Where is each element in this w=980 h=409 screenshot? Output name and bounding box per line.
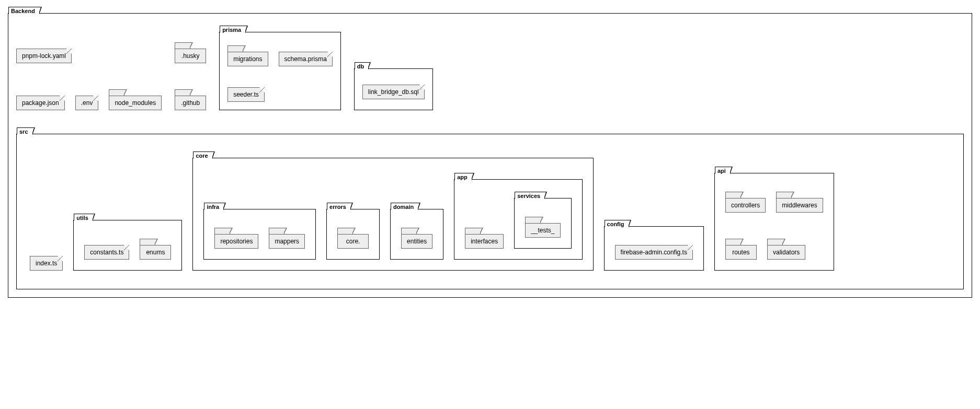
folder-husky: .husky [175,42,206,63]
services-package: services __tests_ [514,198,571,249]
folder-entities: entities [401,228,432,249]
file-sql: link_bridge_db.sql [362,85,425,99]
src-label: src [17,127,33,135]
folder-mappers: mappers [269,228,305,249]
db-label: db [355,62,369,69]
folder-routes: routes [725,239,757,260]
folder-core-errors: core. [337,228,369,249]
utils-label: utils [74,214,93,221]
utils-package: utils constants.ts enums [73,220,182,271]
domain-label: domain [391,203,418,210]
folder-migrations: migrations [227,45,268,66]
file-constants: constants.ts [84,245,129,260]
file-env: .env [75,96,99,110]
api-label: api [715,167,731,174]
folder-validators: validators [767,239,805,260]
folder-interfaces: interfaces [465,228,504,249]
prisma-package: prisma migrations schema.prisma seeder.t… [219,32,341,110]
file-index: index.ts [30,256,63,271]
config-package: config firebase-admin.config.ts [604,226,704,271]
folder-tests: __tests_ [525,217,560,238]
api-package: api controllers middlewares routes [714,173,834,271]
folder-controllers: controllers [725,192,766,213]
services-label: services [515,192,545,199]
core-label: core [193,151,212,159]
src-package: src index.ts utils constants.ts enums co… [16,134,964,289]
prisma-label: prisma [220,26,246,33]
folder-middlewares: middlewares [776,192,823,213]
folder-enums: enums [140,239,171,260]
file-package-json: package.json [16,96,65,110]
errors-package: errors core. [326,209,380,260]
domain-package: domain entities [390,209,443,260]
file-pnpm-lock: pnpm-lock.yaml [16,49,72,63]
app-package: app interfaces services [454,179,582,260]
backend-label: Backend [8,7,40,14]
core-package: core infra repositories mappers [192,158,593,271]
file-firebase-config: firebase-admin.config.ts [615,245,693,260]
file-seeder: seeder.ts [227,87,265,102]
infra-package: infra repositories mappers [203,209,316,260]
backend-package: Backend pnpm-lock.yaml package.json .env… [8,13,972,298]
folder-github: .github [175,89,206,110]
app-label: app [454,173,472,180]
infra-label: infra [204,203,224,210]
errors-label: errors [327,203,351,210]
folder-repositories: repositories [214,228,258,249]
folder-node-modules: node_modules [109,89,162,110]
db-package: db link_bridge_db.sql [354,68,433,110]
file-schema-prisma: schema.prisma [279,52,333,66]
config-label: config [605,220,629,227]
